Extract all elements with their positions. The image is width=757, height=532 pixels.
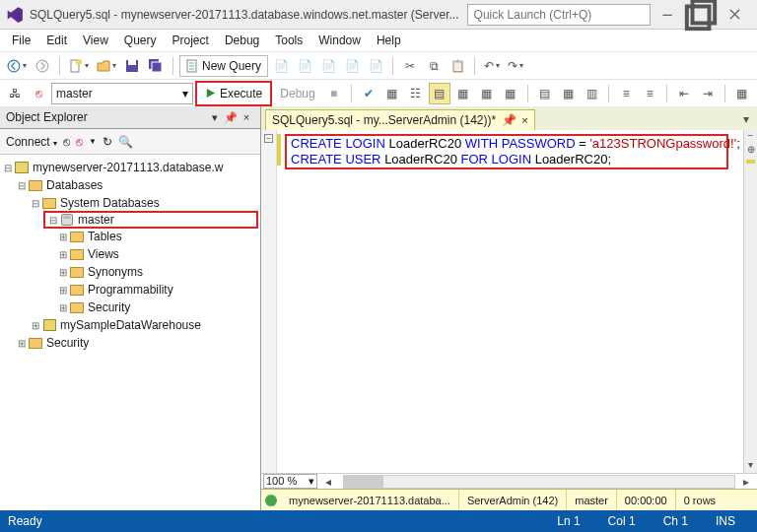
change-connection-button[interactable]: 🖧 xyxy=(4,83,26,104)
tree-programmability[interactable]: Programmability xyxy=(88,283,173,297)
expand-toggle[interactable]: ⊞ xyxy=(30,320,41,331)
expand-toggle[interactable]: ⊞ xyxy=(57,267,69,278)
code-line-2[interactable]: CREATE USER LoaderRC20 FOR LOGIN LoaderR… xyxy=(291,152,723,167)
zoom-selector[interactable]: 100 %▾ xyxy=(263,474,317,489)
results-file-button[interactable]: ▥ xyxy=(581,83,602,104)
overview-ruler[interactable]: − ⊕ ▾ xyxy=(743,130,757,473)
actual-plan-button[interactable]: ▦ xyxy=(452,83,474,104)
split-top-icon[interactable]: − xyxy=(744,130,757,144)
live-stats-button[interactable]: ▦ xyxy=(476,83,498,104)
menu-debug[interactable]: Debug xyxy=(217,32,267,49)
debug-button[interactable]: Debug xyxy=(274,87,320,100)
available-db-icon[interactable]: ⎋ xyxy=(28,83,49,104)
menu-window[interactable]: Window xyxy=(310,32,369,49)
paste-button[interactable]: 📋 xyxy=(447,55,468,77)
tree-security[interactable]: Security xyxy=(88,300,130,314)
tree-top-security[interactable]: Security xyxy=(46,336,89,350)
object-explorer-titlebar[interactable]: Object Explorer ▾ 📌 × xyxy=(0,106,260,129)
query-options-button[interactable]: ☷ xyxy=(405,83,427,104)
tab-close-icon[interactable]: × xyxy=(521,114,527,126)
open-button[interactable]: ▾ xyxy=(94,55,119,77)
comment-button[interactable]: ≡ xyxy=(615,83,637,104)
hscrollbar[interactable] xyxy=(343,475,735,489)
nav-back-button[interactable]: ▾ xyxy=(4,55,30,77)
query-type-5-button[interactable]: 📄 xyxy=(365,55,386,77)
editor-tab[interactable]: SQLQuery5.sql - my...ServerAdmin (142))*… xyxy=(265,109,535,130)
close-button[interactable] xyxy=(718,3,751,27)
tab-pin-icon[interactable]: 📌 xyxy=(500,113,517,127)
tree-views[interactable]: Views xyxy=(88,247,119,261)
expand-toggle[interactable]: ⊞ xyxy=(57,232,69,242)
menu-edit[interactable]: Edit xyxy=(38,32,75,49)
tree-system-db[interactable]: System Databases xyxy=(60,196,160,210)
code-line-1[interactable]: CREATE LOGIN LoaderRC20 WITH PASSWORD = … xyxy=(291,136,723,152)
quick-launch[interactable] xyxy=(467,4,651,26)
indent-button[interactable]: ⇤ xyxy=(673,83,695,104)
new-item-button[interactable]: ▾ xyxy=(66,55,92,77)
query-type-4-button[interactable]: 📄 xyxy=(341,55,363,77)
expand-toggle[interactable]: ⊟ xyxy=(30,198,41,209)
panel-dropdown-icon[interactable]: ▾ xyxy=(207,111,223,124)
scroll-down-icon[interactable]: ▾ xyxy=(744,459,757,473)
fold-toggle-icon[interactable]: − xyxy=(264,134,273,143)
redo-button[interactable]: ↷▾ xyxy=(505,55,526,77)
expand-toggle[interactable]: ⊟ xyxy=(2,163,14,173)
cut-button[interactable]: ✂ xyxy=(399,55,421,77)
oe-refresh-icon[interactable]: ↻ xyxy=(103,135,112,149)
menu-query[interactable]: Query xyxy=(116,32,165,49)
intellisense-button[interactable]: ▤ xyxy=(429,83,450,104)
oe-filter-icon[interactable]: ▼ xyxy=(89,137,97,146)
nav-fwd-button[interactable] xyxy=(32,55,53,77)
specify-values-button[interactable]: ▦ xyxy=(731,83,753,104)
menu-project[interactable]: Project xyxy=(165,32,217,49)
code-editor[interactable]: − − ⊕ ▾ CREATE LOGIN LoaderRC20 WITH PAS… xyxy=(261,130,757,473)
menu-tools[interactable]: Tools xyxy=(267,32,310,49)
panel-close-icon[interactable]: × xyxy=(239,111,254,123)
restore-button[interactable] xyxy=(684,3,718,27)
expand-toggle[interactable]: ⊞ xyxy=(16,338,28,349)
code-gutter[interactable]: − xyxy=(261,130,277,473)
uncomment-button[interactable]: ≡ xyxy=(639,83,660,104)
query-type-2-button[interactable]: 📄 xyxy=(294,55,315,77)
object-explorer-tree[interactable]: ⊟mynewserver-20171113.database.w ⊟Databa… xyxy=(0,155,260,510)
connect-button[interactable]: Connect ▾ xyxy=(6,135,57,149)
tree-databases[interactable]: Databases xyxy=(46,178,103,192)
tree-tables[interactable]: Tables xyxy=(88,230,122,243)
results-grid-button[interactable]: ▦ xyxy=(557,83,579,104)
database-selector[interactable]: master ▾ xyxy=(51,83,193,104)
split-toggle-icon[interactable]: ⊕ xyxy=(744,144,757,158)
quick-launch-input[interactable] xyxy=(467,4,651,26)
tree-dw[interactable]: mySampleDataWarehouse xyxy=(60,318,201,332)
tab-overflow-icon[interactable]: ▾ xyxy=(735,108,757,130)
query-type-3-button[interactable]: 📄 xyxy=(317,55,339,77)
results-text-button[interactable]: ▤ xyxy=(533,83,555,104)
parse-button[interactable]: ✔ xyxy=(358,83,379,104)
expand-toggle[interactable]: ⊟ xyxy=(16,180,28,191)
oe-search-icon[interactable]: 🔍 xyxy=(118,135,133,149)
client-stats-button[interactable]: ▦ xyxy=(500,83,521,104)
menu-file[interactable]: File xyxy=(4,32,38,49)
tree-server[interactable]: mynewserver-20171113.database.w xyxy=(33,161,223,174)
expand-toggle[interactable]: ⊟ xyxy=(47,215,59,226)
undo-button[interactable]: ↶▾ xyxy=(481,55,503,77)
hscroll-thumb[interactable] xyxy=(344,476,383,488)
oe-disconnect-icon[interactable]: ⎋ xyxy=(63,135,70,149)
query-type-1-button[interactable]: 📄 xyxy=(270,55,292,77)
save-all-button[interactable] xyxy=(145,55,167,77)
stop-button[interactable]: ■ xyxy=(323,83,345,104)
menu-help[interactable]: Help xyxy=(369,32,409,49)
expand-toggle[interactable]: ⊞ xyxy=(57,302,69,313)
expand-toggle[interactable]: ⊞ xyxy=(57,285,69,296)
menu-view[interactable]: View xyxy=(75,32,116,49)
pin-icon[interactable]: 📌 xyxy=(223,111,239,124)
outdent-button[interactable]: ⇥ xyxy=(697,83,719,104)
execute-button[interactable]: Execute xyxy=(195,81,272,106)
oe-stop-icon[interactable]: ⎋ xyxy=(76,135,83,149)
tree-master[interactable]: master xyxy=(78,213,114,227)
tree-synonyms[interactable]: Synonyms xyxy=(88,265,143,279)
copy-button[interactable]: ⧉ xyxy=(423,55,445,77)
minimize-button[interactable]: ─ xyxy=(651,3,684,27)
expand-toggle[interactable]: ⊞ xyxy=(57,249,69,260)
save-button[interactable] xyxy=(121,55,143,77)
new-query-button[interactable]: New Query xyxy=(179,55,268,77)
